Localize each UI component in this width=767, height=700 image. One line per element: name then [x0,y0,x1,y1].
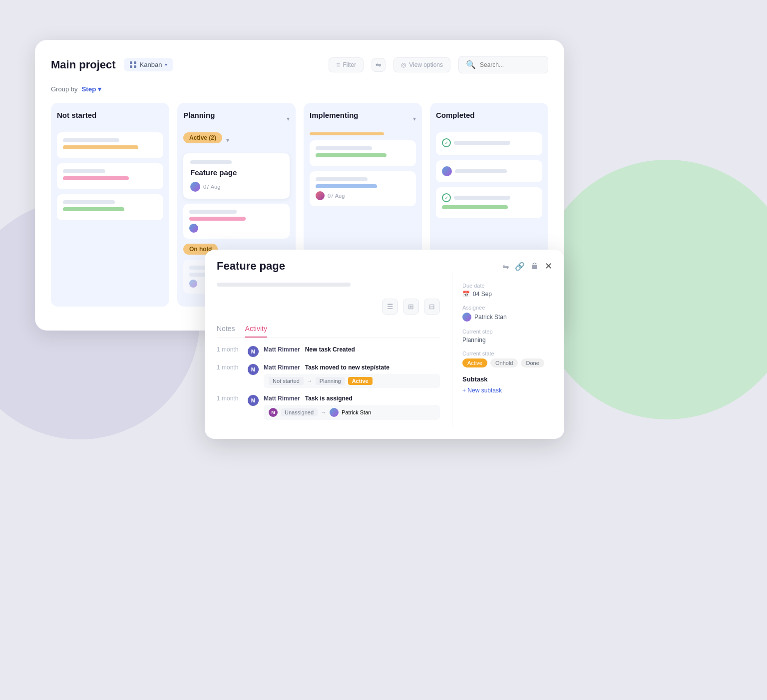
column-not-started: Not started [51,103,169,307]
column-title-planning: Planning [183,111,215,119]
view-switcher-button[interactable]: Kanban ▾ [124,58,174,71]
detail-body: ☰ ⊞ ⊟ Notes Activity 1 month M [205,273,564,439]
card-i1[interactable] [310,140,416,166]
link-button[interactable]: ⇋ [502,262,509,271]
kanban-grid-icon [130,61,137,68]
card-avatar [316,191,325,200]
state-pill-active[interactable]: Active [462,358,487,367]
bg-decoration-right [537,160,767,419]
group-by-bar: Group by Step ▾ [51,85,548,93]
subtask-title: Subtask [462,375,552,383]
card-line-colored [63,176,129,180]
activity-sub-move: Not started → Planning Active [264,374,440,388]
assignee-name: Patrick Stan [474,314,507,321]
assignee-avatar [462,313,471,322]
search-box[interactable]: 🔍 [458,56,548,73]
delete-button[interactable]: 🗑 [531,262,539,271]
card-line [316,146,372,150]
avatar-placeholder [189,280,197,288]
detail-right: Due date 📅 04 Sep Assignee Patrick Stan … [452,273,552,427]
step-chevron-icon: ▾ [98,85,101,93]
attach-btn-1[interactable]: ☰ [382,299,398,315]
view-options-button[interactable]: ◎ View options [393,57,450,72]
flow-state-badge: Active [348,377,373,385]
group-by-step-button[interactable]: Step ▾ [81,85,101,93]
activity-time: 1 month [217,364,243,371]
activity-time: 1 month [217,395,243,402]
card-c3[interactable]: ✓ [436,187,542,218]
eye-icon: ◎ [401,61,406,68]
assign-from: Unassigned [281,408,318,416]
activity-item-3: 1 month M Matt Rimmer Task is assigned M… [217,395,440,420]
search-icon: 🔍 [466,60,476,69]
activity-action: New task Created [305,346,355,353]
current-state-label: Current state [462,350,552,356]
card-line [454,196,510,200]
column-title-not-started: Not started [57,111,96,119]
card-line [63,169,105,173]
activity-content-2: Matt Rimmer Task moved to new step/state… [264,364,440,388]
card-line-colored [316,153,386,157]
activity-avatar-m3: M [248,395,259,406]
close-button[interactable]: ✕ [545,261,552,272]
card-line [189,210,237,214]
check-icon: ✓ [442,138,451,147]
link-icon: ⇋ [502,262,509,271]
search-input[interactable] [480,61,541,68]
activity-user: Matt Rimmer [264,364,300,371]
activity-sub-assign: M Unassigned → Patrick Stan [264,405,440,420]
new-subtask-button[interactable]: + New subtask [462,387,552,394]
column-title-implementing: Implementing [310,111,359,119]
card-ns1[interactable] [57,132,163,158]
chevron-down-icon: ▾ [165,62,167,67]
flow-arrow-icon: → [307,377,313,384]
state-pills: Active Onhold Done [462,358,552,367]
calendar-icon: 📅 [462,291,470,298]
copy-button[interactable]: 🔗 [515,262,525,271]
card-feature-page[interactable]: Feature page 07 Aug [183,153,290,199]
flow-from: Not started [269,377,304,385]
activity-user: Matt Rimmer [264,395,300,402]
detail-left: ☰ ⊞ ⊟ Notes Activity 1 month M [217,273,452,427]
card-ns2[interactable] [57,163,163,189]
kanban-header: Main project Kanban ▾ ≡ Filter ⇋ ◎ View … [51,56,548,73]
card-c1[interactable]: ✓ [436,132,542,155]
card-avatar [190,182,200,192]
card-line [63,200,115,204]
tab-notes[interactable]: Notes [217,325,235,338]
share-button[interactable]: ⇋ [372,58,385,72]
card-ns3[interactable] [57,194,163,220]
assignee-label: Assignee [462,305,552,311]
tab-activity[interactable]: Activity [245,325,267,338]
detail-header: Feature page ⇋ 🔗 🗑 ✕ [205,250,564,273]
state-pill-done[interactable]: Done [521,358,544,367]
activity-log: 1 month M Matt Rimmer New task Created 1… [217,346,440,420]
filter-label: Filter [343,61,357,68]
activity-avatar-m: M [248,346,259,357]
subtask-section: Subtask + New subtask [462,375,552,394]
meta-current-step: Current step Planning [462,329,552,344]
filter-button[interactable]: ≡ Filter [329,57,364,72]
copy-icon: 🔗 [515,262,525,271]
attach-btn-3[interactable]: ⊟ [424,299,440,315]
state-pill-onhold[interactable]: Onhold [490,358,518,367]
due-date-value: 📅 04 Sep [462,291,552,298]
card-line-colored [63,145,138,149]
card-line-colored [63,207,124,211]
column-chevron-planning[interactable]: ▾ [287,115,290,122]
activity-content: Matt Rimmer New task Created [264,346,440,353]
feature-card-title: Feature page [190,168,283,177]
detail-tabs: Notes Activity [217,325,440,338]
assign-from-avatar: M [269,408,278,417]
current-step-label: Current step [462,329,552,335]
card-p2[interactable] [183,204,290,239]
column-chevron-implementing[interactable]: ▾ [413,115,416,122]
active-badge-chevron[interactable]: ▾ [226,137,229,144]
current-step-value: Planning [462,337,552,344]
view-options-label: View options [409,61,443,68]
attach-btn-2[interactable]: ⊞ [403,299,419,315]
card-i2[interactable]: 07 Aug [310,171,416,206]
card-c2[interactable] [436,160,542,182]
card-line [455,169,507,173]
card-avatar [442,166,452,176]
